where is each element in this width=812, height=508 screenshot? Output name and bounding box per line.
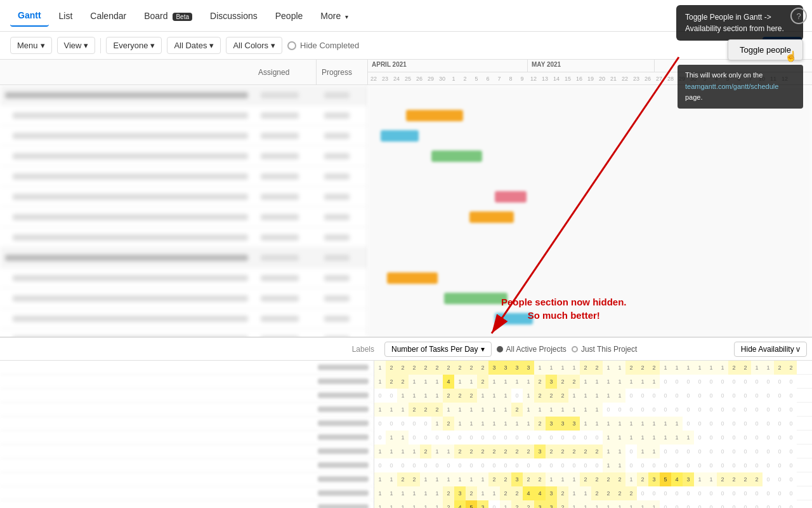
avail-cell: 3 <box>511 361 523 375</box>
nav-more[interactable]: More ▾ <box>313 6 356 26</box>
avail-cell: 0 <box>409 458 420 472</box>
nav-list[interactable]: List <box>51 6 81 26</box>
row-name <box>13 336 248 337</box>
day-cell: 25T <box>402 72 414 84</box>
hide-availability-button[interactable]: Hide Availability v <box>734 342 807 357</box>
progress-header: Progress <box>317 60 367 84</box>
day-cell: 24W <box>391 72 402 84</box>
avail-cell: 0 <box>763 403 774 417</box>
avail-cell: 2 <box>443 389 454 403</box>
hide-completed-toggle[interactable]: Hide Completed <box>287 41 359 50</box>
avail-cell: 1 <box>466 375 477 389</box>
avail-cell: 0 <box>534 431 546 444</box>
avail-cell: 4 <box>671 472 683 486</box>
gantt-bar[interactable] <box>469 211 514 223</box>
list-item: 1112221111112111111100000000000000000 <box>374 403 812 417</box>
avail-cell: 3 <box>500 361 511 375</box>
row-name <box>5 92 248 98</box>
avail-cell: 0 <box>648 486 660 500</box>
avail-cell: 2 <box>386 361 397 375</box>
avail-cell: 2 <box>580 444 591 458</box>
just-this-project-radio[interactable]: Just This Project <box>572 345 637 354</box>
avail-cell: 2 <box>534 417 546 431</box>
all-dates-filter[interactable]: All Dates ▾ <box>167 37 221 54</box>
all-active-projects-radio[interactable]: All Active Projects <box>497 345 566 354</box>
gantt-bar[interactable] <box>431 150 482 162</box>
row-progress <box>324 214 350 220</box>
avail-cell: 2 <box>477 444 488 458</box>
avail-cell: 0 <box>648 403 660 417</box>
avail-cell: 1 <box>500 417 511 431</box>
avail-cell: 1 <box>534 403 546 417</box>
everyone-filter[interactable]: Everyone ▾ <box>106 37 162 54</box>
avail-cell: 1 <box>500 375 511 389</box>
table-row <box>0 187 367 207</box>
all-colors-filter[interactable]: All Colors ▾ <box>226 37 282 54</box>
avail-cell: 1 <box>488 375 500 389</box>
avail-cell: 0 <box>694 486 705 500</box>
view-button[interactable]: View ▾ <box>57 37 96 54</box>
avail-cell: 0 <box>477 458 488 472</box>
list-item <box>0 458 374 472</box>
gantt-bar[interactable] <box>406 110 463 121</box>
avail-cell: 1 <box>443 444 454 458</box>
nav-people[interactable]: People <box>268 6 311 26</box>
gantt-bar[interactable] <box>387 272 438 284</box>
table-row <box>0 207 367 227</box>
avail-cell: 2 <box>454 444 466 458</box>
avail-cell: 0 <box>683 444 694 458</box>
avail-cell: 1 <box>397 444 409 458</box>
radio-icon <box>287 41 296 50</box>
row-name <box>13 316 248 322</box>
avail-cell: 0 <box>500 458 511 472</box>
avail-cell: 2 <box>466 361 477 375</box>
avail-cell: 2 <box>534 375 546 389</box>
avail-cell: 0 <box>751 375 763 389</box>
avail-cell: 1 <box>397 486 409 500</box>
nav-discussions[interactable]: Discussions <box>202 6 265 26</box>
tasks-per-day-button[interactable]: Number of Tasks Per Day ▾ <box>384 342 492 357</box>
avail-cell: 0 <box>500 431 511 444</box>
avail-cell: 0 <box>454 458 466 472</box>
row-name <box>13 295 248 302</box>
day-cell: 16T <box>573 72 585 84</box>
avail-cell: 2 <box>614 486 625 500</box>
nav-gantt[interactable]: Gantt <box>10 5 49 27</box>
menu-button[interactable]: Menu ▾ <box>10 37 52 54</box>
avail-cell: 1 <box>374 500 386 508</box>
row-progress <box>324 194 350 200</box>
avail-cell: 1 <box>603 458 614 472</box>
toggle-people-button[interactable]: Toggle people ☝ <box>728 39 803 60</box>
avail-cell: 0 <box>717 417 728 431</box>
gantt-bar[interactable] <box>381 130 419 142</box>
help-button[interactable]: ? <box>790 8 807 24</box>
gantt-bar[interactable] <box>495 191 527 203</box>
avail-cell: 1 <box>614 375 625 389</box>
avail-cell: 2 <box>500 486 511 500</box>
tooltip-link: teamgantt.com/gantt/schedule <box>685 83 778 90</box>
avail-cell: 0 <box>683 417 694 431</box>
label-text <box>318 378 369 384</box>
list-item: 1111211222222232222211011000000000000 <box>374 444 812 458</box>
avail-cell: 1 <box>625 472 637 486</box>
day-cell: 19F <box>585 72 596 84</box>
avail-cell: 2 <box>625 486 637 500</box>
nav-calendar[interactable]: Calendar <box>82 6 134 26</box>
avail-cell: 2 <box>728 361 740 375</box>
nav-board[interactable]: Board Beta <box>136 6 200 26</box>
gantt-bar[interactable] <box>444 293 508 304</box>
avail-cell: 1 <box>614 431 625 444</box>
avail-cell: 0 <box>751 403 763 417</box>
avail-cell: 0 <box>568 458 580 472</box>
avail-cell: 0 <box>705 458 717 472</box>
avail-cell: 0 <box>728 486 740 500</box>
avail-cell: 1 <box>523 375 534 389</box>
avail-cell: 0 <box>694 417 705 431</box>
avail-cell: 2 <box>477 375 488 389</box>
avail-cell: 1 <box>477 486 488 500</box>
avail-cell: 1 <box>534 361 546 375</box>
avail-cell: 1 <box>694 472 705 486</box>
avail-cell: 2 <box>500 472 511 486</box>
avail-cell: 0 <box>751 389 763 403</box>
avail-cell: 0 <box>374 458 386 472</box>
